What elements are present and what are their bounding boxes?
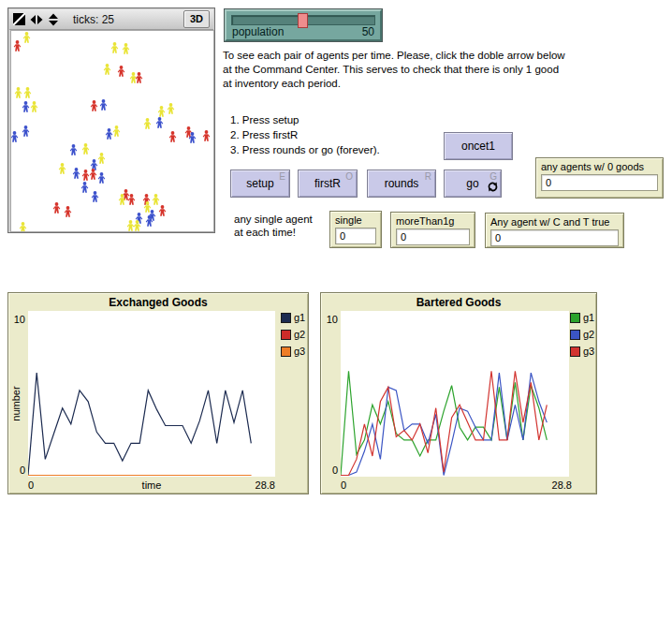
- monitor-single: single 0: [329, 211, 382, 248]
- x-axis-max-tick: 28.8: [341, 479, 572, 491]
- agent-person-icon: [188, 132, 197, 143]
- population-slider[interactable]: population 50: [225, 9, 382, 41]
- plot-canvas: [341, 311, 569, 477]
- slider-track[interactable]: [231, 15, 375, 25]
- legend-item: g2: [281, 329, 305, 340]
- agent-person-icon: [143, 118, 152, 129]
- agent-person-icon: [112, 125, 121, 137]
- monitor-value: 0: [490, 229, 619, 246]
- diagonal-split-square-icon[interactable]: [13, 13, 25, 25]
- agent-person-icon: [91, 191, 99, 202]
- y-axis-max-tick: 10: [323, 314, 338, 325]
- world-view-widget: ticks: 25 3D: [7, 7, 215, 233]
- y-axis-min-tick: 0: [323, 464, 338, 476]
- netlogo-interface: ticks: 25 3D population 50 To see each p…: [0, 0, 672, 619]
- agent-person-icon: [145, 215, 153, 227]
- agent-person-icon: [202, 130, 211, 141]
- legend-swatch: [281, 330, 291, 340]
- legend-item: g3: [570, 346, 594, 357]
- go-shortcut-key: G: [489, 171, 497, 182]
- agent-person-icon: [127, 194, 136, 205]
- setup-button[interactable]: E setup: [230, 169, 290, 198]
- agent-person-icon: [10, 131, 19, 142]
- monitor-morethan1g: moreThan1g 0: [390, 212, 475, 248]
- agent-person-icon: [97, 153, 106, 164]
- agent-person-icon: [155, 117, 164, 128]
- agent-person-icon: [110, 42, 119, 53]
- agent-person-icon: [158, 205, 167, 216]
- rounds-shortcut-key: R: [425, 171, 431, 182]
- steps-note: 1. Press setup 2. Press firstR 3. Press …: [230, 112, 380, 157]
- firstr-button[interactable]: O firstR: [298, 169, 358, 198]
- legend-swatch: [570, 346, 580, 357]
- agent-person-icon: [14, 87, 22, 98]
- legend-swatch: [570, 330, 580, 340]
- agent-person-icon: [81, 143, 90, 155]
- oncet1-button[interactable]: oncet1: [444, 132, 513, 160]
- x-axis-max-tick: 28.8: [28, 479, 275, 491]
- legend-item: g3: [281, 346, 305, 357]
- view-3d-button[interactable]: 3D: [183, 10, 210, 28]
- agent-person-icon: [22, 125, 30, 137]
- step-1: 1. Press setup: [230, 112, 380, 127]
- step-2: 2. Press firstR: [230, 127, 380, 142]
- legend-swatch: [281, 346, 291, 357]
- legend-item: g2: [570, 329, 594, 340]
- agent-person-icon: [97, 172, 106, 184]
- monitor-any-agents-0-goods: any agents w/ 0 goods 0: [535, 157, 664, 199]
- slider-value: 50: [362, 25, 374, 38]
- agent-person-icon: [103, 64, 111, 75]
- instructions-note: To see each pair of agents per time. Ple…: [223, 49, 567, 91]
- agent-person-icon: [99, 99, 108, 111]
- plot-canvas: [28, 311, 275, 477]
- agent-person-icon: [168, 131, 177, 142]
- agent-person-icon: [117, 66, 125, 77]
- plot-title: Bartered Goods: [321, 296, 596, 309]
- monitor-value: 0: [335, 228, 376, 244]
- firstr-shortcut-key: O: [345, 171, 353, 182]
- step-3: 3. Press rounds or go (forever).: [230, 142, 380, 157]
- agent-person-icon: [135, 72, 143, 83]
- world-toolbar: ticks: 25 3D: [9, 9, 213, 30]
- plot-title: Exchanged Goods: [8, 296, 308, 309]
- world-view: [10, 30, 214, 232]
- monitor-any-c-t-true: Any agent w/ C and T true 0: [485, 213, 624, 248]
- horizontal-arrows-icon[interactable]: [30, 14, 43, 25]
- agent-person-icon: [72, 168, 80, 179]
- y-axis-min-tick: 0: [10, 464, 25, 476]
- agent-person-icon: [122, 43, 130, 54]
- y-axis-max-tick: 10: [10, 314, 25, 325]
- agent-person-icon: [80, 182, 89, 193]
- agent-person-icon: [167, 103, 175, 114]
- agent-person-icon: [23, 87, 32, 98]
- vertical-arrows-icon[interactable]: [48, 13, 59, 26]
- plot-exchanged-goods: Exchanged Goods 10 number 0 0 time 28.8 …: [7, 292, 309, 494]
- agent-person-icon: [152, 194, 160, 205]
- agent-person-icon: [58, 163, 66, 174]
- forever-icon: [488, 182, 498, 195]
- y-axis-label: number: [10, 379, 22, 428]
- agent-person-icon: [30, 101, 38, 112]
- agent-person-icon: [52, 202, 61, 214]
- agent-person-icon: [89, 169, 97, 180]
- setup-shortcut-key: E: [279, 171, 285, 182]
- monitor-value: 0: [396, 228, 470, 245]
- ticks-counter: ticks: 25: [73, 13, 114, 26]
- plot-legend: g1 g2 g3: [570, 312, 594, 357]
- agent-person-icon: [69, 144, 78, 155]
- agent-person-icon: [22, 32, 31, 43]
- agent-person-icon: [13, 40, 22, 52]
- slider-label: population: [232, 25, 284, 38]
- agent-person-icon: [126, 220, 135, 231]
- single-agent-note: any single agent at each time!: [234, 213, 313, 239]
- agent-person-icon: [90, 100, 98, 111]
- legend-item: g1: [570, 312, 594, 323]
- plot-bartered-goods: Bartered Goods 10 0 0 28.8 g1 g2 g3: [320, 292, 597, 494]
- agent-person-icon: [22, 101, 30, 112]
- go-forever-button[interactable]: G go: [444, 169, 502, 198]
- legend-swatch: [281, 313, 291, 323]
- legend-swatch: [570, 313, 580, 323]
- rounds-button[interactable]: R rounds: [367, 169, 436, 198]
- agent-person-icon: [118, 194, 126, 205]
- plot-legend: g1 g2 g3: [281, 312, 305, 357]
